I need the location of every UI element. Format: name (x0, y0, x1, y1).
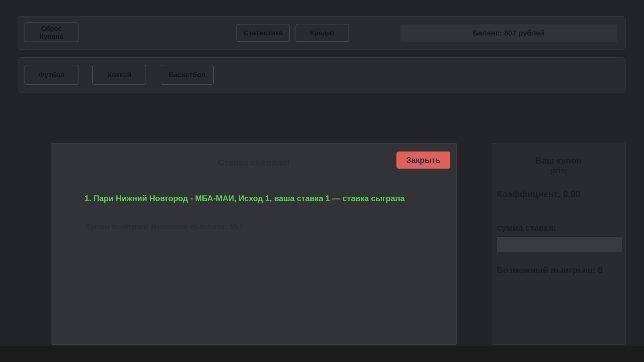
credit-button[interactable]: Кредит (296, 24, 349, 42)
statistics-button[interactable]: Статистика (236, 24, 290, 42)
sport-tab-basketball[interactable]: Баскетбол (161, 65, 214, 85)
coupon-payout-summary: Купон выиграл! Итоговая выплата: 557 (85, 222, 443, 232)
sport-tab-football[interactable]: Футбол (24, 65, 78, 85)
bet-result-line: 1. Пари Нижний Новгород - МБА-МАИ, Исход… (85, 193, 443, 203)
close-button[interactable]: Закрыть (396, 152, 450, 169)
results-modal: Ставка сыграла! Закрыть 1. Пари Нижний Н… (51, 143, 457, 345)
results-modal-title: Ставка сыграла! (51, 158, 457, 168)
coupon-count: (0/10) (492, 168, 625, 175)
coefficient-label: Коэффициент: 0.00 (497, 189, 580, 199)
sports-toolbar: Футбол Хоккей Баскетбол (18, 57, 626, 93)
stake-amount-input[interactable] (496, 236, 623, 252)
coupon-title: Ваш купон (492, 156, 625, 166)
possible-win-label: Возможный выигрыш: 0 (497, 265, 603, 275)
top-toolbar: Сброс Купона Статистика Кредит Баланс: 8… (18, 16, 626, 50)
reset-coupon-button[interactable]: Сброс Купона (24, 22, 78, 42)
page-background: Сброс Купона Статистика Кредит Баланс: 8… (0, 0, 644, 346)
sport-tab-hockey[interactable]: Хоккей (92, 65, 146, 85)
coupon-panel: Ваш купон (0/10) Коэффициент: 0.00 сумма… (492, 143, 626, 345)
balance-display: Баланс: 807 рублей (400, 24, 617, 42)
stake-amount-label: сумма ставки: (497, 223, 556, 233)
